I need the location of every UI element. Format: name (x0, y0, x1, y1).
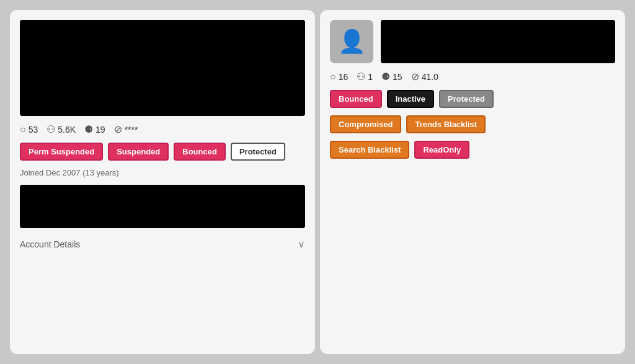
left-followers-count: 5.6K (58, 125, 76, 135)
comment-icon-r: ○ (330, 71, 336, 82)
left-following-stat: ⚈ 19 (84, 123, 105, 135)
left-blocked-count: **** (125, 125, 138, 135)
followers-icon-r: ⚇ (357, 71, 365, 82)
following-icon-r: ⚈ (381, 71, 390, 82)
protected-tag-r[interactable]: Protected (439, 90, 494, 108)
compromised-tag-r[interactable]: Compromised (330, 115, 401, 133)
following-icon: ⚈ (84, 123, 93, 135)
bounced-tag[interactable]: Bounced (174, 143, 226, 161)
right-followers-stat: ⚇ 1 (357, 71, 373, 82)
left-stats-row: ○ 53 ⚇ 5.6K ⚈ 19 ⊘ **** (20, 123, 305, 135)
trends-blacklist-tag-r[interactable]: Trends Blacklist (406, 115, 486, 133)
left-following-count: 19 (95, 125, 105, 135)
left-blocked-stat: ⊘ **** (114, 123, 138, 135)
comment-icon: ○ (20, 124, 26, 135)
right-blocked-count: 41.0 (422, 72, 438, 82)
left-comment-count: 53 (29, 125, 38, 135)
person-icon: 👤 (338, 29, 366, 55)
account-details-row[interactable]: Account Details ∨ (20, 236, 305, 252)
left-tags-row: Perm Suspended Suspended Bounced Protect… (20, 143, 305, 161)
account-details-label: Account Details (20, 239, 80, 249)
joined-text: Joined Dec 2007 (13 years) (20, 168, 305, 177)
suspended-tag[interactable]: Suspended (108, 143, 169, 161)
left-comment-stat: ○ 53 (20, 124, 38, 135)
readonly-tag-r[interactable]: ReadOnly (414, 141, 469, 159)
right-name-redacted (381, 20, 615, 63)
right-profile-header: 👤 (330, 20, 615, 63)
right-profile-card: 👤 ○ 16 ⚇ 1 ⚈ 15 ⊘ 41.0 Bounced (320, 10, 625, 354)
blocked-icon-r: ⊘ (411, 71, 419, 82)
search-blacklist-tag-r[interactable]: Search Blacklist (330, 141, 409, 159)
right-following-count: 15 (393, 72, 402, 82)
chevron-down-icon: ∨ (298, 238, 305, 250)
left-profile-card: ○ 53 ⚇ 5.6K ⚈ 19 ⊘ **** Perm Suspended S… (10, 10, 315, 354)
right-tags-row-1: Bounced Inactive Protected (330, 90, 615, 108)
right-comment-count: 16 (339, 72, 349, 82)
right-following-stat: ⚈ 15 (381, 71, 402, 82)
bounced-tag-r[interactable]: Bounced (330, 90, 382, 108)
right-tags-row-3: Search Blacklist ReadOnly (330, 141, 615, 159)
main-wrapper: ○ 53 ⚇ 5.6K ⚈ 19 ⊘ **** Perm Suspended S… (0, 0, 635, 364)
followers-icon: ⚇ (47, 123, 55, 135)
left-followers-stat: ⚇ 5.6K (47, 123, 76, 135)
right-stats-row: ○ 16 ⚇ 1 ⚈ 15 ⊘ 41.0 (330, 71, 615, 82)
perm-suspended-tag[interactable]: Perm Suspended (20, 143, 103, 161)
left-bio-redacted (20, 185, 305, 228)
inactive-tag-r[interactable]: Inactive (387, 90, 434, 108)
right-blocked-stat: ⊘ 41.0 (411, 71, 438, 82)
right-comment-stat: ○ 16 (330, 71, 348, 82)
right-followers-count: 1 (368, 72, 373, 82)
right-tags-row-2: Compromised Trends Blacklist (330, 115, 615, 133)
blocked-icon: ⊘ (114, 123, 122, 135)
left-banner-image (20, 20, 305, 116)
protected-tag[interactable]: Protected (231, 143, 285, 161)
avatar: 👤 (330, 20, 373, 63)
